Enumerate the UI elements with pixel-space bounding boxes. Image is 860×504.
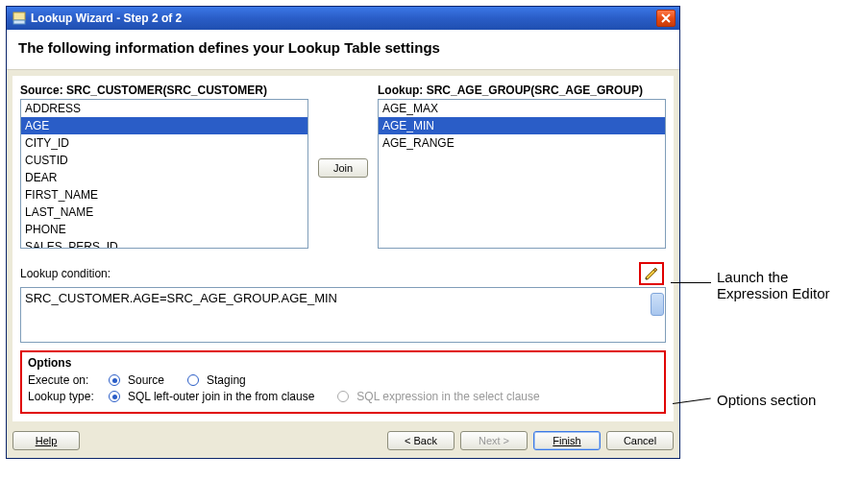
- next-button: Next >: [460, 431, 528, 450]
- page-heading: The following information defines your L…: [7, 30, 679, 70]
- lookup-listbox[interactable]: AGE_MAXAGE_MINAGE_RANGE: [378, 99, 666, 249]
- finish-button[interactable]: Finish: [533, 431, 601, 450]
- lookup-label: Lookup: SRC_AGE_GROUP(SRC_AGE_GROUP): [378, 84, 666, 97]
- list-item[interactable]: PHONE: [21, 221, 307, 238]
- lookup-type-leftouter-radio[interactable]: [109, 391, 120, 402]
- list-item[interactable]: AGE_RANGE: [379, 134, 665, 152]
- list-item[interactable]: FIRST_NAME: [21, 186, 307, 204]
- pencil-icon[interactable]: [644, 266, 659, 281]
- cancel-button[interactable]: Cancel: [606, 431, 674, 450]
- scrollbar-thumb[interactable]: [651, 293, 664, 316]
- content-area: Source: SRC_CUSTOMER(SRC_CUSTOMER) ADDRE…: [12, 76, 674, 421]
- lookup-type-select-label: SQL expression in the select clause: [356, 390, 539, 403]
- button-bar: Help < Back Next > Finish Cancel: [7, 427, 679, 458]
- list-item[interactable]: CUSTID: [21, 152, 307, 169]
- source-column: Source: SRC_CUSTOMER(SRC_CUSTOMER) ADDRE…: [20, 84, 308, 249]
- options-section: Options Execute on: Source Staging Looku…: [20, 350, 666, 414]
- lookup-column: Lookup: SRC_AGE_GROUP(SRC_AGE_GROUP) AGE…: [378, 84, 666, 249]
- app-icon: [12, 12, 26, 25]
- source-listbox[interactable]: ADDRESSAGECITY_IDCUSTIDDEARFIRST_NAMELAS…: [20, 99, 308, 249]
- svg-rect-0: [13, 12, 25, 20]
- list-item[interactable]: ADDRESS: [21, 100, 307, 117]
- help-button[interactable]: Help: [12, 431, 80, 450]
- window-title: Lookup Wizard - Step 2 of 2: [31, 12, 656, 25]
- list-item[interactable]: AGE_MAX: [379, 100, 665, 117]
- source-label: Source: SRC_CUSTOMER(SRC_CUSTOMER): [20, 84, 308, 97]
- execute-on-staging-radio[interactable]: [187, 374, 199, 386]
- lookup-condition-label: Lookup condition:: [20, 267, 639, 280]
- annotation-options-section: Options section: [717, 392, 816, 408]
- join-column: Join: [314, 84, 372, 252]
- close-button[interactable]: [656, 10, 676, 27]
- join-button[interactable]: Join: [318, 158, 368, 178]
- wizard-window: Lookup Wizard - Step 2 of 2 The followin…: [6, 6, 680, 459]
- list-item[interactable]: LAST_NAME: [21, 204, 307, 221]
- lookup-type-label: Lookup type:: [28, 390, 103, 403]
- list-item[interactable]: AGE_MIN: [379, 117, 665, 134]
- annotation-launch-editor: Launch the Expression Editor: [717, 269, 830, 301]
- execute-on-source-label: Source: [128, 373, 164, 387]
- expression-editor-highlight: [639, 262, 664, 285]
- lookup-condition-input[interactable]: [20, 287, 666, 343]
- titlebar: Lookup Wizard - Step 2 of 2: [7, 7, 679, 30]
- list-item[interactable]: DEAR: [21, 169, 307, 186]
- annotation-line: [671, 282, 711, 283]
- list-item[interactable]: CITY_ID: [21, 134, 307, 152]
- lookup-type-select-radio: [337, 391, 349, 402]
- execute-on-source-radio[interactable]: [109, 374, 120, 386]
- lookup-type-leftouter-label: SQL left-outer join in the from clause: [128, 390, 314, 403]
- svg-rect-1: [13, 20, 25, 24]
- execute-on-label: Execute on:: [28, 373, 103, 387]
- list-item[interactable]: AGE: [21, 117, 307, 134]
- list-item[interactable]: SALES_PERS_ID: [21, 238, 307, 249]
- back-button[interactable]: < Back: [387, 431, 455, 450]
- execute-on-staging-label: Staging: [207, 373, 246, 387]
- options-title: Options: [28, 356, 658, 370]
